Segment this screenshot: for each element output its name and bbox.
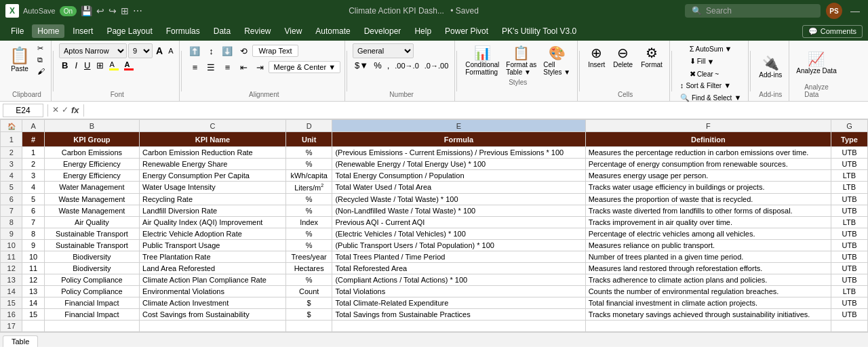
menu-power-pivot[interactable]: Power Pivot (439, 24, 494, 38)
row-num-7[interactable]: 7 (1, 205, 22, 216)
cell-formula-16[interactable]: Total Savings from Sustainable Practices (332, 308, 585, 320)
menu-help[interactable]: Help (409, 24, 437, 38)
align-center-button[interactable]: ☰ (203, 60, 218, 75)
cell-type-6[interactable]: UTB (831, 193, 867, 205)
cell-num-3[interactable]: 2 (22, 159, 44, 170)
cell-name-9[interactable]: Electric Vehicle Adoption Rate (140, 228, 286, 239)
header-unit[interactable]: Unit (285, 132, 332, 147)
delete-button[interactable]: ⊖ Delete (610, 43, 635, 89)
grid-icon[interactable]: ⊞ (121, 5, 129, 16)
cell-ref-input[interactable] (3, 104, 43, 117)
addins-button[interactable]: 🔌 Add-ins (756, 54, 785, 80)
row-num-1[interactable]: 1 (1, 132, 22, 147)
clear-button[interactable]: ✖ Clear ~ (687, 68, 722, 80)
cell-name-15[interactable]: Climate Action Investment (140, 297, 286, 308)
cell-definition-4[interactable]: Measures energy usage per person. (585, 170, 831, 182)
bold-button[interactable]: B (59, 60, 71, 71)
italic-button[interactable]: I (72, 60, 80, 71)
menu-automate[interactable]: Automate (310, 24, 355, 38)
cell-formula-15[interactable]: Total Climate-Related Expenditure (332, 297, 585, 308)
cell-unit-15[interactable]: $ (285, 297, 332, 308)
cell-formula-9[interactable]: (Electric Vehicles / Total Vehicles) * 1… (332, 228, 585, 239)
cell-group-13[interactable]: Policy Compliance (44, 274, 139, 285)
cell-definition-2[interactable]: Measures the percentage reduction in car… (585, 147, 831, 159)
row-num-4[interactable]: 4 (1, 170, 22, 182)
row-num-10[interactable]: 10 (1, 239, 22, 251)
row-num-13[interactable]: 13 (1, 274, 22, 285)
cell-definition-12[interactable]: Measures land restored through reforesta… (585, 262, 831, 274)
cell-unit-10[interactable]: % (285, 239, 332, 251)
menu-insert[interactable]: Insert (67, 24, 98, 38)
row-num-14[interactable]: 14 (1, 285, 22, 297)
row-num-17[interactable]: 17 (1, 320, 22, 331)
cell-definition-11[interactable]: Number of trees planted in a given time … (585, 251, 831, 262)
cell-type-11[interactable]: UTB (831, 251, 867, 262)
cell-num-4[interactable]: 3 (22, 170, 44, 182)
confirm-icon[interactable]: ✓ (62, 105, 68, 115)
row-num-11[interactable]: 11 (1, 251, 22, 262)
cell-name-16[interactable]: Cost Savings from Sustainability (140, 308, 286, 320)
format-painter-button[interactable]: 🖌 (35, 66, 47, 76)
col-header-b[interactable]: B (44, 120, 139, 132)
insert-button[interactable]: ⊕ Insert (585, 43, 608, 89)
cell-name-10[interactable]: Public Transport Usage (140, 239, 286, 251)
fill-button[interactable]: ⬇ Fill ▼ (687, 56, 717, 67)
number-format-select[interactable]: General (353, 43, 414, 58)
cell-unit-4[interactable]: kWh/capita (285, 170, 332, 182)
row-num-12[interactable]: 12 (1, 262, 22, 274)
merge-center-button[interactable]: Merge & Center ▼ (269, 61, 340, 73)
cell-num-10[interactable]: 9 (22, 239, 44, 251)
cell-definition-16[interactable]: Tracks monetary savings achieved through… (585, 308, 831, 320)
cell-name-6[interactable]: Recycling Rate (140, 193, 286, 205)
menu-view[interactable]: View (279, 24, 308, 38)
cell-group-7[interactable]: Waste Management (44, 205, 139, 216)
cell-definition-13[interactable]: Tracks adherence to climate action plans… (585, 274, 831, 285)
cell-unit-16[interactable]: $ (285, 308, 332, 320)
align-right-button[interactable]: ≡ (220, 60, 235, 75)
autosum-button[interactable]: Σ AutoSum ▼ (687, 43, 735, 54)
cell-styles-button[interactable]: 🎨 CellStyles ▼ (540, 43, 573, 77)
cell-formula-4[interactable]: Total Energy Consumption / Population (332, 170, 585, 182)
cell-definition-15[interactable]: Total financial investment in climate ac… (585, 297, 831, 308)
align-middle-button[interactable]: ↕ (203, 43, 218, 58)
cell-formula-8[interactable]: Previous AQI - Current AQI (332, 216, 585, 228)
cell-num-9[interactable]: 8 (22, 228, 44, 239)
sort-filter-button[interactable]: ↕ Sort & Filter ▼ (677, 80, 745, 91)
paste-button[interactable]: 📋 Paste (7, 43, 33, 89)
font-name-select[interactable]: Aptos Narrow (59, 43, 127, 58)
cell-group-10[interactable]: Sustainable Transport (44, 239, 139, 251)
cell-unit-14[interactable]: Count (285, 285, 332, 297)
cell-type-16[interactable]: UTB (831, 308, 867, 320)
col-header-d[interactable]: D (285, 120, 332, 132)
analyze-data-button[interactable]: 📈 Analyze Data (793, 49, 839, 76)
cell-unit-11[interactable]: Trees/year (285, 251, 332, 262)
cell-type-5[interactable]: LTB (831, 182, 867, 194)
user-avatar[interactable]: PS (826, 3, 842, 19)
cell-formula-3[interactable]: (Renewable Energy / Total Energy Use) * … (332, 159, 585, 170)
cell-definition-9[interactable]: Percentage of electric vehicles among al… (585, 228, 831, 239)
row-num-8[interactable]: 8 (1, 216, 22, 228)
formula-input[interactable] (88, 104, 865, 117)
cell-formula-11[interactable]: Total Trees Planted / Time Period (332, 251, 585, 262)
cell-group-14[interactable]: Policy Compliance (44, 285, 139, 297)
cell-name-5[interactable]: Water Usage Intensity (140, 182, 286, 194)
align-top-button[interactable]: ⬆️ (187, 43, 202, 58)
decrease-font-button[interactable]: A (166, 46, 175, 56)
underline-button[interactable]: U (81, 60, 93, 71)
cut-button[interactable]: ✂ (35, 43, 47, 54)
dec-inc-button[interactable]: .00→.0 (393, 61, 420, 70)
cell-definition-6[interactable]: Measures the proportion of waste that is… (585, 193, 831, 205)
cell-name-11[interactable]: Tree Plantation Rate (140, 251, 286, 262)
menu-developer[interactable]: Developer (359, 24, 407, 38)
cell-num-11[interactable]: 10 (22, 251, 44, 262)
sheet-tab-table[interactable]: Table (3, 335, 38, 347)
cell-unit-9[interactable]: % (285, 228, 332, 239)
menu-review[interactable]: Review (239, 24, 276, 38)
search-box[interactable]: 🔍 Search (685, 4, 821, 18)
cell-type-3[interactable]: UTB (831, 159, 867, 170)
cell-group-2[interactable]: Carbon Emissions (44, 147, 139, 159)
format-button[interactable]: ⚙ Format (638, 43, 665, 89)
cell-definition-5[interactable]: Tracks water usage efficiency in buildin… (585, 182, 831, 194)
cell-formula-2[interactable]: (Previous Emissions - Current Emissions)… (332, 147, 585, 159)
cell-unit-5[interactable]: Liters/m2 (285, 182, 332, 194)
